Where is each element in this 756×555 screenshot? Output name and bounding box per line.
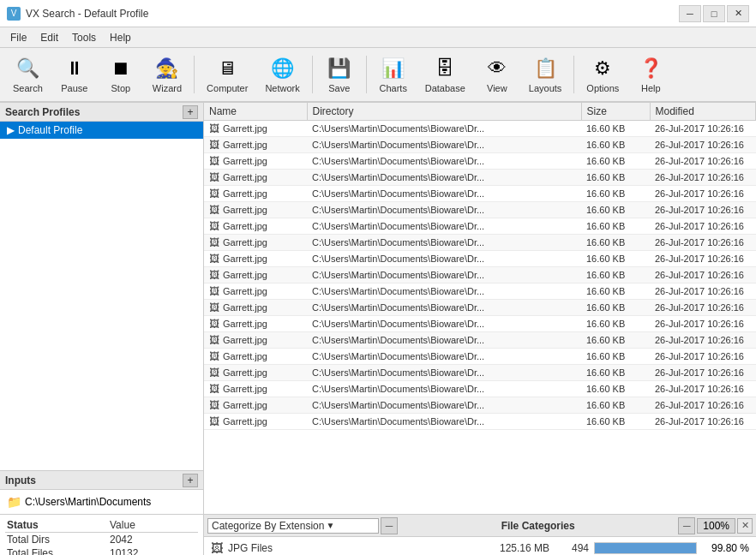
add-input-button[interactable]: +: [183, 474, 198, 487]
layouts-button[interactable]: 📋 Layouts: [521, 51, 570, 98]
cell-name: 🖼Garrett.jpg: [204, 283, 307, 300]
categories-panel: Categorize By Extension ▼ ─ File Categor…: [204, 515, 756, 555]
status-label: Total Dirs: [7, 534, 110, 546]
table-row[interactable]: 🖼Garrett.jpg C:\Users\Martin\Documents\B…: [204, 153, 756, 170]
cell-size: 16.60 KB: [581, 251, 650, 267]
minimize-button[interactable]: ─: [679, 5, 701, 22]
options-button[interactable]: ⚙ Options: [579, 51, 627, 98]
file-icon: 🖼: [209, 415, 219, 427]
value-col-header: Value: [108, 518, 198, 533]
file-icon: 🖼: [209, 285, 219, 297]
cell-name: 🖼Garrett.jpg: [204, 267, 307, 283]
results-table[interactable]: Name Directory Size Modified 🖼Garrett.jp…: [204, 103, 756, 514]
help-icon: ❓: [637, 56, 664, 81]
cat-close-button[interactable]: ✕: [737, 518, 753, 534]
cell-name: 🖼Garrett.jpg: [204, 349, 307, 365]
col-size[interactable]: Size: [581, 103, 650, 121]
col-modified[interactable]: Modified: [650, 103, 756, 121]
cell-size: 16.60 KB: [581, 153, 650, 170]
inputs-label: Inputs: [5, 474, 36, 486]
status-table: Status Value: [5, 518, 198, 533]
file-icon: 🖼: [209, 236, 219, 248]
cell-size: 16.60 KB: [581, 349, 650, 365]
status-header-row: Status Value: [5, 518, 198, 533]
cell-size: 16.60 KB: [581, 218, 650, 235]
table-row[interactable]: 🖼Garrett.jpg C:\Users\Martin\Documents\B…: [204, 316, 756, 332]
pause-button[interactable]: ⏸ Pause: [52, 51, 97, 98]
cell-modified: 26-Jul-2017 10:26:16: [650, 414, 756, 430]
cell-size: 16.60 KB: [581, 137, 650, 153]
cell-modified: 26-Jul-2017 10:26:16: [650, 186, 756, 202]
cat-minus-button[interactable]: ─: [381, 517, 398, 534]
file-icon: 🖼: [209, 301, 219, 313]
stop-button[interactable]: ⏹ Stop: [99, 51, 143, 98]
table-row[interactable]: 🖼Garrett.jpg C:\Users\Martin\Documents\B…: [204, 218, 756, 235]
table-row[interactable]: 🖼Garrett.jpg C:\Users\Martin\Documents\B…: [204, 381, 756, 397]
cat-item[interactable]: 🖼 JPG Files 125.16 MB 494 99.80 %: [206, 539, 754, 555]
table-row[interactable]: 🖼Garrett.jpg C:\Users\Martin\Documents\B…: [204, 137, 756, 153]
maximize-button[interactable]: □: [703, 5, 725, 22]
input-path-item: 📁 C:\Users\Martin\Documents: [7, 493, 196, 510]
table-row[interactable]: 🖼Garrett.jpg C:\Users\Martin\Documents\B…: [204, 170, 756, 186]
table-row[interactable]: 🖼Garrett.jpg C:\Users\Martin\Documents\B…: [204, 300, 756, 316]
cell-dir: C:\Users\Martin\Documents\Bioware\Dr...: [307, 381, 581, 397]
wizard-label: Wizard: [153, 83, 182, 93]
help-button[interactable]: ❓ Help: [628, 51, 673, 98]
menu-help[interactable]: Help: [103, 30, 138, 45]
status-rows: Total Dirs2042Total Files10132Total Spac…: [5, 533, 198, 555]
table-row[interactable]: 🖼Garrett.jpg C:\Users\Martin\Documents\B…: [204, 414, 756, 430]
database-icon: 🗄: [431, 56, 459, 81]
table-row[interactable]: 🖼Garrett.jpg C:\Users\Martin\Documents\B…: [204, 186, 756, 202]
profile-name: Default Profile: [18, 124, 82, 136]
menu-file[interactable]: File: [3, 30, 33, 45]
cat-minus-button-2[interactable]: ─: [678, 517, 695, 534]
file-icon: 🖼: [209, 383, 219, 395]
folder-icon: 📁: [7, 495, 21, 509]
cell-modified: 26-Jul-2017 10:26:16: [650, 332, 756, 349]
save-button[interactable]: 💾 Save: [317, 51, 362, 98]
table-row[interactable]: 🖼Garrett.jpg C:\Users\Martin\Documents\B…: [204, 365, 756, 381]
file-icon: 🖼: [209, 155, 219, 167]
database-button[interactable]: 🗄 Database: [417, 51, 473, 98]
charts-button[interactable]: 📊 Charts: [371, 51, 416, 98]
table-row[interactable]: 🖼Garrett.jpg C:\Users\Martin\Documents\B…: [204, 332, 756, 349]
cell-name: 🖼Garrett.jpg: [204, 153, 307, 170]
cell-name: 🖼Garrett.jpg: [204, 332, 307, 349]
file-icon: 🖼: [209, 367, 219, 379]
cell-dir: C:\Users\Martin\Documents\Bioware\Dr...: [307, 332, 581, 349]
cell-size: 16.60 KB: [581, 283, 650, 300]
col-directory[interactable]: Directory: [307, 103, 581, 121]
cell-dir: C:\Users\Martin\Documents\Bioware\Dr...: [307, 414, 581, 430]
menu-tools[interactable]: Tools: [65, 30, 103, 45]
menu-edit[interactable]: Edit: [33, 30, 65, 45]
add-profile-button[interactable]: +: [183, 105, 198, 119]
network-label: Network: [265, 83, 299, 93]
cell-name: 🖼Garrett.jpg: [204, 414, 307, 430]
table-row[interactable]: 🖼Garrett.jpg C:\Users\Martin\Documents\B…: [204, 235, 756, 251]
table-row[interactable]: 🖼Garrett.jpg C:\Users\Martin\Documents\B…: [204, 202, 756, 218]
close-button[interactable]: ✕: [727, 5, 749, 22]
col-name[interactable]: Name: [204, 103, 307, 121]
view-button[interactable]: 👁 View: [475, 51, 519, 98]
table-row[interactable]: 🖼Garrett.jpg C:\Users\Martin\Documents\B…: [204, 349, 756, 365]
search-button[interactable]: 🔍 Search: [5, 51, 51, 98]
view-label: View: [487, 83, 507, 93]
file-categories-label: File Categories: [399, 520, 676, 532]
cell-name: 🖼Garrett.jpg: [204, 170, 307, 186]
computer-button[interactable]: 🖥 Computer: [199, 51, 255, 98]
network-button[interactable]: 🌐 Network: [257, 51, 307, 98]
table-row[interactable]: 🖼Garrett.jpg C:\Users\Martin\Documents\B…: [204, 267, 756, 283]
table-row[interactable]: 🖼Garrett.jpg C:\Users\Martin\Documents\B…: [204, 121, 756, 137]
cell-size: 16.60 KB: [581, 170, 650, 186]
categorize-dropdown[interactable]: Categorize By Extension ▼: [207, 518, 379, 534]
profile-default[interactable]: ▶ Default Profile: [0, 122, 203, 139]
table-row[interactable]: 🖼Garrett.jpg C:\Users\Martin\Documents\B…: [204, 283, 756, 300]
table-row[interactable]: 🖼Garrett.jpg C:\Users\Martin\Documents\B…: [204, 397, 756, 414]
cell-size: 16.60 KB: [581, 267, 650, 283]
status-value: 2042: [110, 534, 133, 546]
cell-modified: 26-Jul-2017 10:26:16: [650, 218, 756, 235]
stop-label: Stop: [111, 83, 131, 93]
wizard-button[interactable]: 🧙 Wizard: [145, 51, 189, 98]
cell-modified: 26-Jul-2017 10:26:16: [650, 365, 756, 381]
table-row[interactable]: 🖼Garrett.jpg C:\Users\Martin\Documents\B…: [204, 251, 756, 267]
